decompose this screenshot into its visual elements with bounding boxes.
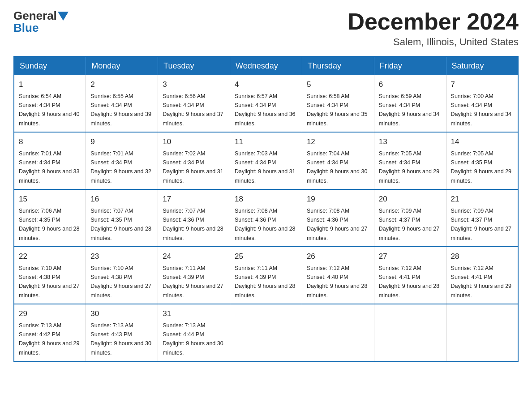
calendar-cell: 10 Sunrise: 7:02 AMSunset: 4:34 PMDaylig… [158,132,230,189]
day-info: Sunrise: 7:13 AMSunset: 4:44 PMDaylight:… [163,322,223,356]
calendar-cell: 2 Sunrise: 6:55 AMSunset: 4:34 PMDayligh… [86,75,158,132]
calendar-cell: 1 Sunrise: 6:54 AMSunset: 4:34 PMDayligh… [14,75,86,132]
day-info: Sunrise: 7:10 AMSunset: 4:38 PMDaylight:… [90,265,151,299]
day-number: 26 [307,251,369,262]
logo-triangle-icon [58,12,69,21]
calendar-cell: 17 Sunrise: 7:07 AMSunset: 4:36 PMDaylig… [158,189,230,247]
calendar-cell: 9 Sunrise: 7:01 AMSunset: 4:34 PMDayligh… [86,132,158,189]
week-row-1: 1 Sunrise: 6:54 AMSunset: 4:34 PMDayligh… [14,75,518,132]
day-info: Sunrise: 7:12 AMSunset: 4:41 PMDaylight:… [379,265,440,299]
calendar-cell: 3 Sunrise: 6:56 AMSunset: 4:34 PMDayligh… [158,75,230,132]
page-header: General Blue December 2024 Salem, Illino… [13,9,519,48]
day-number: 18 [235,193,297,205]
header-row: SundayMondayTuesdayWednesdayThursdayFrid… [14,56,518,75]
calendar-cell: 7 Sunrise: 7:00 AMSunset: 4:34 PMDayligh… [446,75,518,132]
weekday-header-monday: Monday [86,56,158,75]
week-row-5: 29 Sunrise: 7:13 AMSunset: 4:42 PMDaylig… [14,304,518,361]
calendar-cell: 6 Sunrise: 6:59 AMSunset: 4:34 PMDayligh… [374,75,446,132]
day-info: Sunrise: 6:54 AMSunset: 4:34 PMDaylight:… [19,93,80,127]
day-number: 7 [451,79,513,90]
calendar-cell: 19 Sunrise: 7:08 AMSunset: 4:36 PMDaylig… [302,189,374,247]
weekday-header-tuesday: Tuesday [158,56,230,75]
calendar-cell: 22 Sunrise: 7:10 AMSunset: 4:38 PMDaylig… [14,247,86,304]
day-info: Sunrise: 7:12 AMSunset: 4:41 PMDaylight:… [451,265,512,299]
month-title: December 2024 [348,9,519,34]
day-number: 20 [379,193,442,205]
logo: General Blue [13,9,69,35]
logo-blue-text: Blue [13,21,39,35]
day-number: 29 [19,308,81,320]
day-number: 31 [163,308,225,320]
calendar-cell: 27 Sunrise: 7:12 AMSunset: 4:41 PMDaylig… [374,247,446,304]
calendar-cell: 16 Sunrise: 7:07 AMSunset: 4:35 PMDaylig… [86,189,158,247]
day-info: Sunrise: 7:01 AMSunset: 4:34 PMDaylight:… [19,150,80,184]
day-info: Sunrise: 7:03 AMSunset: 4:34 PMDaylight:… [235,150,296,184]
title-block: December 2024 Salem, Illinois, United St… [348,9,519,48]
calendar-cell: 29 Sunrise: 7:13 AMSunset: 4:42 PMDaylig… [14,304,86,361]
day-number: 10 [163,136,225,148]
calendar-cell: 23 Sunrise: 7:10 AMSunset: 4:38 PMDaylig… [86,247,158,304]
calendar-cell: 15 Sunrise: 7:06 AMSunset: 4:35 PMDaylig… [14,189,86,247]
calendar-table: SundayMondayTuesdayWednesdayThursdayFrid… [13,56,519,362]
day-number: 1 [19,79,81,90]
day-info: Sunrise: 6:58 AMSunset: 4:34 PMDaylight:… [307,93,368,127]
calendar-cell: 26 Sunrise: 7:12 AMSunset: 4:40 PMDaylig… [302,247,374,304]
day-number: 30 [90,308,153,320]
day-number: 4 [235,79,297,90]
day-info: Sunrise: 7:05 AMSunset: 4:35 PMDaylight:… [451,150,512,184]
calendar-cell [446,304,518,361]
day-number: 15 [19,193,81,205]
day-number: 8 [19,136,81,148]
day-info: Sunrise: 7:07 AMSunset: 4:36 PMDaylight:… [163,208,223,241]
day-info: Sunrise: 6:57 AMSunset: 4:34 PMDaylight:… [235,93,296,127]
day-info: Sunrise: 7:08 AMSunset: 4:36 PMDaylight:… [307,208,368,241]
day-info: Sunrise: 7:04 AMSunset: 4:34 PMDaylight:… [307,150,368,184]
weekday-header-saturday: Saturday [446,56,518,75]
day-number: 16 [90,193,153,205]
day-number: 14 [451,136,513,148]
week-row-2: 8 Sunrise: 7:01 AMSunset: 4:34 PMDayligh… [14,132,518,189]
day-info: Sunrise: 7:11 AMSunset: 4:39 PMDaylight:… [163,265,223,299]
day-info: Sunrise: 7:09 AMSunset: 4:37 PMDaylight:… [379,208,440,241]
calendar-cell: 28 Sunrise: 7:12 AMSunset: 4:41 PMDaylig… [446,247,518,304]
day-number: 9 [90,136,153,148]
day-info: Sunrise: 7:08 AMSunset: 4:36 PMDaylight:… [235,208,296,241]
calendar-cell: 12 Sunrise: 7:04 AMSunset: 4:34 PMDaylig… [302,132,374,189]
day-number: 23 [90,251,153,262]
calendar-cell: 18 Sunrise: 7:08 AMSunset: 4:36 PMDaylig… [230,189,302,247]
day-number: 21 [451,193,513,205]
weekday-header-sunday: Sunday [14,56,86,75]
calendar-cell: 4 Sunrise: 6:57 AMSunset: 4:34 PMDayligh… [230,75,302,132]
calendar-cell: 11 Sunrise: 7:03 AMSunset: 4:34 PMDaylig… [230,132,302,189]
day-number: 25 [235,251,297,262]
calendar-cell: 20 Sunrise: 7:09 AMSunset: 4:37 PMDaylig… [374,189,446,247]
week-row-4: 22 Sunrise: 7:10 AMSunset: 4:38 PMDaylig… [14,247,518,304]
day-info: Sunrise: 6:55 AMSunset: 4:34 PMDaylight:… [90,93,151,127]
weekday-header-friday: Friday [374,56,446,75]
calendar-cell: 14 Sunrise: 7:05 AMSunset: 4:35 PMDaylig… [446,132,518,189]
calendar-cell [230,304,302,361]
day-number: 12 [307,136,369,148]
day-info: Sunrise: 7:01 AMSunset: 4:34 PMDaylight:… [90,150,151,184]
day-number: 11 [235,136,297,148]
calendar-cell: 5 Sunrise: 6:58 AMSunset: 4:34 PMDayligh… [302,75,374,132]
calendar-cell: 25 Sunrise: 7:11 AMSunset: 4:39 PMDaylig… [230,247,302,304]
day-info: Sunrise: 7:10 AMSunset: 4:38 PMDaylight:… [19,265,80,299]
day-info: Sunrise: 7:12 AMSunset: 4:40 PMDaylight:… [307,265,368,299]
day-number: 6 [379,79,442,90]
day-info: Sunrise: 7:13 AMSunset: 4:42 PMDaylight:… [19,322,80,356]
day-info: Sunrise: 6:59 AMSunset: 4:34 PMDaylight:… [379,93,440,127]
day-number: 24 [163,251,225,262]
calendar-cell [374,304,446,361]
day-number: 17 [163,193,225,205]
day-number: 3 [163,79,225,90]
day-info: Sunrise: 7:11 AMSunset: 4:39 PMDaylight:… [235,265,296,299]
day-number: 27 [379,251,442,262]
location-title: Salem, Illinois, United States [348,36,519,48]
day-number: 22 [19,251,81,262]
calendar-cell: 13 Sunrise: 7:05 AMSunset: 4:34 PMDaylig… [374,132,446,189]
day-number: 2 [90,79,153,90]
weekday-header-wednesday: Wednesday [230,56,302,75]
calendar-cell: 30 Sunrise: 7:13 AMSunset: 4:43 PMDaylig… [86,304,158,361]
day-number: 19 [307,193,369,205]
